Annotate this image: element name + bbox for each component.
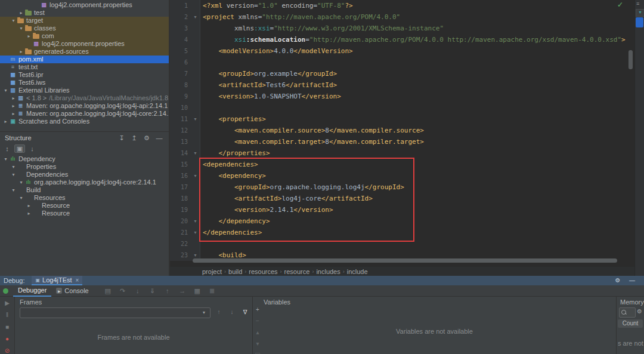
step-out-icon[interactable]: ↑	[164, 287, 171, 294]
chevron-expanded-icon[interactable]: ▾	[10, 186, 17, 194]
breadcrumb-item[interactable]: project	[202, 268, 222, 275]
breadcrumb-item[interactable]: build	[228, 268, 242, 275]
fold-marker-icon[interactable]: ▾	[191, 147, 200, 159]
code-line-11[interactable]: 11▾ <properties>	[170, 113, 634, 125]
step-over-icon[interactable]: ↷	[119, 287, 126, 294]
chevron-collapsed-icon[interactable]: ▸	[26, 32, 32, 40]
code-line-4[interactable]: 4 xsi:schemaLocation="http://maven.apach…	[170, 34, 634, 45]
tree-item[interactable]: ▸Resource	[0, 210, 169, 217]
fold-marker-icon[interactable]: ▾	[191, 113, 200, 125]
autoscroll-icon[interactable]: ↓	[29, 145, 36, 152]
settings-icon[interactable]: ⚙	[614, 277, 621, 284]
tree-item[interactable]: ▾Dependencies	[0, 171, 169, 178]
code-line-20[interactable]: 20▾ </dependency>	[170, 216, 634, 227]
code-line-2[interactable]: 2▾<project xmlns="http://maven.apache.or…	[170, 11, 634, 23]
mute-breakpoints-icon[interactable]: ⊘	[4, 347, 11, 354]
chevron-collapsed-icon[interactable]: ▸	[26, 210, 32, 217]
tree-item[interactable]: ▾Properties	[0, 163, 169, 171]
tree-item[interactable]: ▸Resource	[0, 202, 169, 210]
chevron-collapsed-icon[interactable]: ▸	[2, 118, 9, 125]
up-arrow-icon[interactable]: ↑	[215, 309, 222, 316]
memory-search-input[interactable]	[619, 307, 636, 318]
resume-icon[interactable]: ▶	[4, 300, 11, 307]
group-icon[interactable]: ▣	[14, 144, 25, 153]
breadcrumb-item[interactable]: resource	[284, 268, 310, 275]
code-line-12[interactable]: 12 <maven.compiler.source>8</maven.compi…	[170, 125, 634, 136]
tree-item[interactable]: mpom.xml	[0, 56, 169, 63]
fold-marker-icon[interactable]: ▾	[191, 11, 200, 23]
code-line-22[interactable]: 22	[170, 238, 634, 250]
tree-item[interactable]: ▦Test6.iws	[0, 79, 169, 87]
tree-item[interactable]: ▾ılıDependency	[0, 155, 169, 163]
filter-icon[interactable]: ∇	[242, 309, 249, 316]
code-line-1[interactable]: 1<?xml version="1.0" encoding="UTF-8"?>	[170, 0, 634, 11]
settings-icon[interactable]: ⚙	[143, 134, 150, 141]
view-layout-icon[interactable]: ▦	[194, 287, 201, 294]
chevron-expanded-icon[interactable]: ▾	[10, 163, 17, 171]
chevron-expanded-icon[interactable]: ▾	[2, 87, 9, 94]
breadcrumb-item[interactable]: include	[347, 268, 368, 275]
down-arrow-icon[interactable]: ↓	[228, 309, 236, 316]
tree-item[interactable]: ▾ılıorg.apache.logging.log4j:log4j-core:…	[0, 178, 169, 186]
view-breakpoints-icon[interactable]: ●	[4, 335, 11, 343]
stripe-menu-icon[interactable]: ≡	[636, 1, 639, 7]
code-line-6[interactable]: 6	[170, 57, 634, 68]
code-line-5[interactable]: 5 <modelVersion>4.0.0</modelVersion>	[170, 45, 634, 57]
tree-item[interactable]: ▸test	[0, 9, 169, 17]
remove-watch-icon[interactable]: −	[254, 318, 261, 325]
chevron-collapsed-icon[interactable]: ▸	[10, 94, 17, 102]
code-line-8[interactable]: 8 <artifactId>Test6</artifactId>	[170, 79, 634, 91]
memory-settings-icon[interactable]: ⚙	[637, 308, 642, 315]
chevron-expanded-icon[interactable]: ▾	[10, 17, 17, 24]
memory-count-button[interactable]: Count	[618, 319, 643, 328]
tree-item[interactable]: ▾Resources	[0, 194, 169, 202]
breadcrumb-item[interactable]: includes	[316, 268, 340, 275]
step-into-icon[interactable]: ↓	[134, 287, 141, 294]
tree-item[interactable]: ▸▣Scratches and Consoles	[0, 118, 169, 125]
code-line-15[interactable]: 15<dependencies>	[170, 159, 634, 170]
code-line-13[interactable]: 13 <maven.compiler.target>8</maven.compi…	[170, 136, 634, 147]
code-line-14[interactable]: 14▾ </properties>	[170, 147, 634, 159]
hide-panel-icon[interactable]: —	[628, 277, 636, 284]
chevron-collapsed-icon[interactable]: ▸	[26, 202, 32, 210]
tree-item[interactable]: ≡test.txt	[0, 63, 169, 71]
tree-item[interactable]: ▤log4j2.component.properties	[0, 40, 169, 48]
tab-console[interactable]: ▶Console	[51, 285, 93, 297]
run-to-cursor-icon[interactable]: →	[179, 287, 186, 294]
force-step-into-icon[interactable]: ⇓	[149, 287, 156, 294]
chevron-expanded-icon[interactable]: ▾	[18, 24, 24, 32]
tree-item[interactable]: ▾▥External Libraries	[0, 87, 169, 94]
chevron-expanded-icon[interactable]: ▾	[10, 171, 17, 178]
tree-item[interactable]: ▾target	[0, 17, 169, 24]
code-line-19[interactable]: 19 <version>2.14.1</version>	[170, 204, 634, 216]
chevron-collapsed-icon[interactable]: ▸	[10, 110, 17, 118]
restore-layout-icon[interactable]: ≣	[209, 287, 216, 294]
code-line-21[interactable]: 21▾</dependencies>	[170, 227, 634, 238]
tree-item[interactable]: ▤log4j2.component.properties	[0, 1, 169, 9]
code-line-9[interactable]: 9 <version>1.0-SNAPSHOT</version>	[170, 91, 634, 102]
chevron-expanded-icon[interactable]: ▾	[18, 194, 24, 202]
chevron-collapsed-icon[interactable]: ▸	[18, 9, 24, 17]
chevron-expanded-icon[interactable]: ▾	[2, 155, 9, 163]
tree-item[interactable]: ▸com	[0, 32, 169, 40]
tree-item[interactable]: ▦Test6.ipr	[0, 71, 169, 79]
chevron-collapsed-icon[interactable]: ▸	[10, 102, 17, 110]
vertical-scrollbar[interactable]	[628, 50, 633, 69]
code-line-17[interactable]: 17 <groupId>org.apache.logging.log4j</gr…	[170, 181, 634, 193]
stripe-expand-icon[interactable]: ▾	[636, 9, 644, 17]
fold-marker-icon[interactable]: ▾	[191, 227, 200, 238]
breadcrumb-item[interactable]: resources	[249, 268, 277, 275]
tree-item[interactable]: ▸▥< 1.8 >/Library/Java/JavaVirtualMachin…	[0, 94, 169, 102]
stripe-active-tool-button[interactable]	[636, 17, 643, 27]
stop-icon[interactable]: ■	[4, 324, 11, 331]
tree-item[interactable]: ▸≣Maven: org.apache.logging.log4j:log4j-…	[0, 102, 169, 110]
thread-dropdown[interactable]: ▾	[20, 307, 210, 318]
duplicate-icon[interactable]: ▤	[254, 352, 261, 354]
move-down-icon[interactable]: ▾	[254, 340, 261, 347]
add-watch-icon[interactable]: +	[254, 306, 261, 313]
sort-icon[interactable]: ↕	[4, 145, 11, 152]
hide-panel-icon[interactable]: —	[156, 134, 163, 141]
fold-marker-icon[interactable]: ▾	[191, 216, 200, 227]
chevron-expanded-icon[interactable]: ▾	[18, 178, 24, 186]
tree-item[interactable]: ▸≣Maven: org.apache.logging.log4j:log4j-…	[0, 110, 169, 118]
